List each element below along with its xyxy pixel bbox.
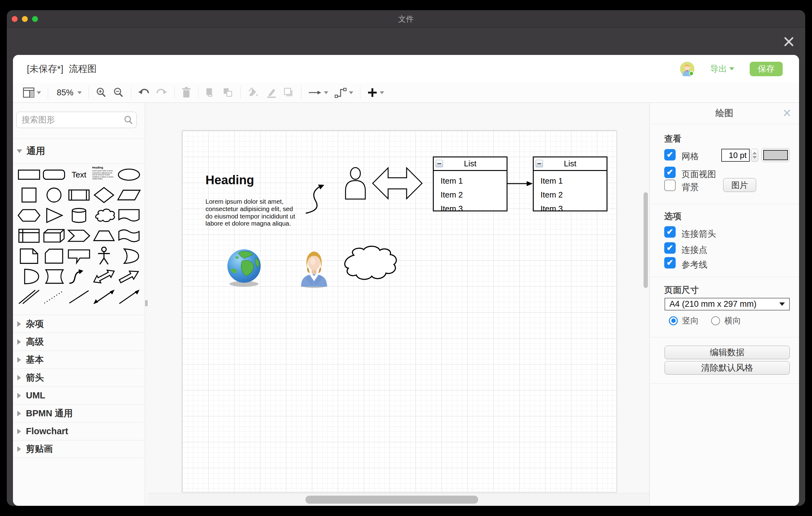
shape-process[interactable] xyxy=(67,185,92,205)
grid-size-input[interactable] xyxy=(721,149,750,162)
to-front-button[interactable] xyxy=(202,85,219,100)
delete-button[interactable] xyxy=(178,85,194,100)
shape-cube[interactable] xyxy=(42,226,67,246)
list-item[interactable]: Item 2 xyxy=(440,188,506,202)
shape-diamond[interactable] xyxy=(91,185,116,205)
background-checkbox[interactable] xyxy=(664,180,676,191)
shape-and[interactable] xyxy=(17,266,42,287)
diagram-canvas[interactable]: Heading Lorem ipsum dolor sit amet, cons… xyxy=(148,103,649,506)
page-size-select[interactable]: A4 (210 mm x 297 mm) xyxy=(665,298,790,311)
shape-data-storage[interactable] xyxy=(42,266,67,287)
to-back-button[interactable] xyxy=(219,85,237,100)
shape-circle[interactable] xyxy=(42,185,67,205)
shape-parallelogram[interactable] xyxy=(116,185,141,205)
line-color-button[interactable] xyxy=(262,85,280,100)
horizontal-scrollbar-track[interactable] xyxy=(148,493,649,506)
collapse-icon[interactable] xyxy=(436,160,443,167)
shape-tape[interactable] xyxy=(116,226,141,246)
canvas-paragraph-text[interactable]: Lorem ipsum dolor sit amet, consectetur … xyxy=(205,198,299,227)
shape-hexagon[interactable] xyxy=(17,205,42,226)
undo-button[interactable] xyxy=(135,85,153,100)
sidebar-section-misc[interactable]: 杂项 xyxy=(13,315,145,333)
vertical-scrollbar[interactable] xyxy=(643,192,648,288)
portrait-radio[interactable] xyxy=(669,316,678,325)
view-layout-button[interactable] xyxy=(20,85,44,100)
zoom-in-button[interactable] xyxy=(92,85,110,100)
sidebar-section-advanced[interactable]: 高级 xyxy=(13,333,145,351)
list-item[interactable]: Item 1 xyxy=(440,174,506,188)
shape-note[interactable] xyxy=(17,246,42,266)
shape-or[interactable] xyxy=(116,246,141,266)
list-shape[interactable]: List Item 1 Item 2 Item 3 xyxy=(433,156,508,211)
sidebar-section-basic[interactable]: 基本 xyxy=(13,351,145,369)
shape-actor[interactable] xyxy=(91,246,116,266)
waypoint-style-button[interactable] xyxy=(331,85,356,100)
shape-textbox[interactable]: HeadingLorem ipsum dolor sit amet, conse… xyxy=(91,165,116,185)
cloud-shape[interactable] xyxy=(340,245,398,283)
curved-arrow-shape[interactable] xyxy=(304,182,332,216)
shape-internal-storage[interactable] xyxy=(17,226,42,246)
globe-shape[interactable] xyxy=(226,248,263,287)
list-item[interactable]: Item 2 xyxy=(541,188,607,202)
woman-shape[interactable] xyxy=(299,249,329,288)
sidebar-section-flowchart[interactable]: Flowchart xyxy=(13,422,145,440)
list-item[interactable]: Item 1 xyxy=(541,174,607,188)
fill-color-button[interactable] xyxy=(244,85,262,100)
zoom-out-button[interactable] xyxy=(110,85,127,100)
avatar[interactable] xyxy=(680,62,694,76)
shape-ellipse[interactable] xyxy=(116,165,141,185)
export-button[interactable]: 导出 xyxy=(710,63,734,75)
shape-link[interactable] xyxy=(17,287,42,307)
grid-color-button[interactable] xyxy=(761,148,790,162)
search-shapes-input[interactable] xyxy=(16,112,137,128)
guides-checkbox[interactable]: ✔ xyxy=(664,257,676,268)
shape-card[interactable] xyxy=(42,246,67,266)
shape-cloud[interactable] xyxy=(91,205,116,226)
shape-rounded-rectangle[interactable] xyxy=(42,165,67,185)
list-item[interactable]: Item 3 xyxy=(440,202,506,216)
shape-arrow[interactable] xyxy=(116,266,141,287)
horizontal-scrollbar[interactable] xyxy=(306,496,478,504)
redo-button[interactable] xyxy=(153,85,171,100)
sidebar-section-bpmn[interactable]: BPMN 通用 xyxy=(13,404,145,422)
shape-trapezoid[interactable] xyxy=(91,226,116,246)
connection-arrow-button[interactable] xyxy=(305,85,331,100)
list-shape[interactable]: List Item 1 Item 2 Item 3 xyxy=(533,156,607,211)
shape-document[interactable] xyxy=(116,205,141,226)
shape-square[interactable] xyxy=(17,185,42,205)
close-icon[interactable] xyxy=(782,35,796,49)
sidebar-section-general[interactable]: 通用 xyxy=(13,139,145,164)
grid-checkbox[interactable]: ✔ xyxy=(664,149,676,161)
shape-step[interactable] xyxy=(67,226,92,246)
shape-callout[interactable] xyxy=(67,246,92,266)
shape-cylinder[interactable] xyxy=(67,205,92,226)
connection-points-checkbox[interactable]: ✔ xyxy=(664,242,676,254)
shape-bidirectional-arrow[interactable] xyxy=(91,266,116,287)
list-item[interactable]: Item 3 xyxy=(541,202,607,216)
connection-arrows-checkbox[interactable]: ✔ xyxy=(664,226,676,238)
resize-handle-icon[interactable]: ‖ xyxy=(145,299,148,308)
zoom-level-button[interactable]: 85% xyxy=(52,85,85,100)
sidebar-section-uml[interactable]: UML xyxy=(13,386,145,404)
shape-line[interactable] xyxy=(67,287,92,307)
shape-bidirectional-connector[interactable] xyxy=(91,287,116,307)
clear-default-style-button[interactable]: 清除默认风格 xyxy=(665,361,790,375)
background-image-button[interactable]: 图片 xyxy=(723,178,756,192)
panel-close-icon[interactable]: ✕ xyxy=(782,108,792,119)
sidebar-resize-gutter[interactable]: ‖ xyxy=(145,103,148,506)
canvas-heading-text[interactable]: Heading xyxy=(205,173,254,187)
landscape-radio[interactable] xyxy=(711,316,720,325)
shape-rectangle[interactable] xyxy=(17,165,42,185)
sidebar-section-clipart[interactable]: 剪贴画 xyxy=(13,440,145,458)
connector-arrow[interactable] xyxy=(508,180,533,187)
double-arrow-shape[interactable] xyxy=(372,165,423,201)
shape-curve[interactable] xyxy=(67,266,92,287)
grid-size-stepper[interactable] xyxy=(751,149,758,162)
collapse-icon[interactable] xyxy=(535,160,543,167)
person-shape[interactable] xyxy=(344,167,367,200)
step-down-icon[interactable] xyxy=(752,156,757,159)
insert-button[interactable] xyxy=(364,85,387,100)
step-up-icon[interactable] xyxy=(752,152,757,154)
edit-data-button[interactable]: 编辑数据 xyxy=(665,346,790,359)
shape-text[interactable]: Text xyxy=(67,165,92,185)
